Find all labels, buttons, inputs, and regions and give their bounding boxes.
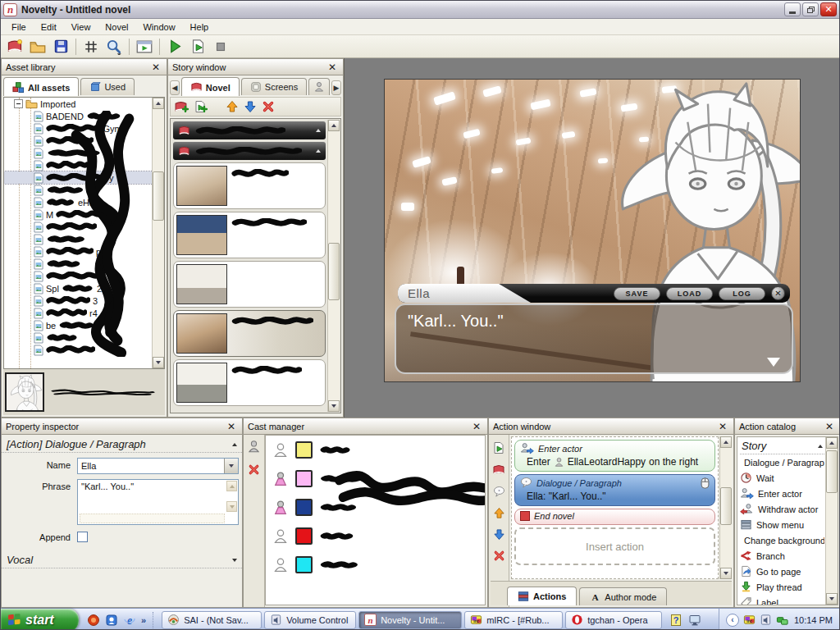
scroll-thumb[interactable] [720,487,732,525]
new-novel-button[interactable] [4,37,25,57]
scroll-thumb[interactable] [826,450,838,493]
volume-tray-icon[interactable] [760,614,772,626]
scroll-thumb[interactable] [328,243,340,300]
zoom-button[interactable] [103,37,125,57]
move-up-icon[interactable] [493,507,505,519]
display-icon[interactable] [688,614,701,627]
actor-color-swatch[interactable] [295,499,313,516]
save-button[interactable]: SAVE [614,287,660,300]
asset-tree[interactable]: Imported BADEND lGym y eHD M p Spl2 3 r4… [3,97,165,369]
asset-item[interactable]: BADEND [4,110,164,122]
taskbar-item-sai[interactable]: SAI - (Not Sav... [162,611,262,629]
page-card[interactable] [173,212,326,258]
page-card[interactable] [173,261,326,308]
action-catalog-list[interactable]: Story Dialogue / Paragraph Wait Enter ac… [737,436,838,605]
cast-row[interactable] [266,493,485,522]
play-novel-button[interactable] [164,37,185,57]
action-catalog-close-icon[interactable]: ✕ [823,421,836,432]
log-button[interactable]: LOG [719,287,765,300]
close-button[interactable]: ✕ [820,2,837,16]
scroll-down-icon[interactable] [826,593,838,605]
page-card[interactable] [173,359,326,406]
catalog-item-wait[interactable]: Wait [740,470,824,486]
taskbar-item-novelty[interactable]: n Novelty - Untit... [358,611,462,629]
ie-icon[interactable] [123,614,136,627]
asset-item[interactable] [4,159,164,171]
new-book-icon[interactable] [492,463,505,477]
dialogue-text-box[interactable]: "Karl... You.." [395,304,793,374]
load-button[interactable]: LOAD [666,287,713,300]
cast-row[interactable] [266,522,485,550]
property-inspector-close-icon[interactable]: ✕ [225,421,238,432]
catalog-item-play-thread[interactable]: Play thread [740,579,824,595]
action-section-header[interactable]: [Action] Dialogue / Paragraph [2,435,242,453]
save-button[interactable] [50,37,71,57]
red-app-icon[interactable] [87,614,100,627]
asset-item[interactable] [4,221,164,233]
overflow-chevron-icon[interactable]: » [141,615,146,625]
catalog-item-goto-page[interactable]: Go to page [740,564,824,579]
tab-used[interactable]: Used [80,78,135,95]
move-up-button[interactable] [226,100,239,113]
restore-button[interactable] [802,2,819,16]
taskbar-item-mirc[interactable]: mIRC - [#Rub... [464,611,563,629]
catalog-scrollbar[interactable] [825,437,838,605]
action-list-scrollbar[interactable] [719,436,732,579]
help-icon[interactable] [669,614,682,627]
delete-button[interactable] [262,100,275,113]
asset-item[interactable]: eHD [4,196,164,208]
title-bar[interactable]: n Novelty - Untitled novel ✕ [1,1,839,19]
tab-actions[interactable]: Actions [507,587,577,605]
asset-item[interactable]: 3 [4,294,164,307]
delete-icon[interactable] [493,550,505,562]
page-card-selected[interactable] [173,310,326,357]
story-list-scrollbar[interactable] [327,120,340,412]
tab-scroll-left-icon[interactable]: ◀ [170,80,180,95]
insert-action-icon[interactable] [492,441,505,454]
dialogue-close-icon[interactable]: ✕ [771,286,785,300]
asset-item[interactable] [4,184,164,196]
cast-row[interactable] [266,464,485,493]
cast-row[interactable] [266,550,485,579]
catalog-item-label[interactable]: Label [740,595,824,605]
catalog-item-change-background[interactable]: Change background [740,532,824,548]
add-actor-icon[interactable] [247,440,261,454]
menu-window[interactable]: Window [135,20,182,34]
catalog-item-dialogue[interactable]: Dialogue / Paragraph [740,454,824,470]
cast-row[interactable] [266,436,485,464]
stop-button[interactable] [210,37,231,57]
collapse-chapter-icon[interactable] [316,129,321,132]
continue-indicator-icon[interactable] [767,358,780,367]
network-tray-icon[interactable] [776,614,788,626]
menu-edit[interactable]: Edit [34,20,64,34]
taskbar-item-opera[interactable]: tgchan - Opera [565,611,662,629]
actor-color-swatch[interactable] [295,470,313,487]
action-list[interactable]: Enter actor Enter EllaLeotardHappy on th… [511,436,719,579]
asset-item[interactable] [4,233,164,245]
scroll-up-icon[interactable] [720,436,732,448]
asset-item[interactable]: lGym [4,122,164,135]
page-card[interactable] [173,162,326,209]
scroll-up-icon[interactable] [153,98,164,109]
tab-author-mode[interactable]: Author mode [579,587,667,605]
vocal-section-header[interactable]: Vocal [2,550,242,568]
tab-all-assets[interactable]: All assets [3,77,79,96]
asset-library-close-icon[interactable]: ✕ [149,62,162,73]
play-page-button[interactable] [187,37,208,57]
add-page-button[interactable] [194,100,208,113]
preview-window-button[interactable] [134,37,155,57]
scroll-down-icon[interactable] [720,568,732,579]
collapse-icon[interactable] [14,99,23,108]
blue-app-icon[interactable] [105,614,118,627]
scroll-thumb[interactable] [153,171,164,221]
actor-color-swatch[interactable] [295,556,313,573]
action-card-enter-actor[interactable]: Enter actor Enter EllaLeotardHappy on th… [514,440,715,472]
story-window-close-icon[interactable]: ✕ [326,62,339,73]
hidden-icons-chevron[interactable]: ‹ [726,614,739,627]
chapter-bar[interactable] [173,121,326,139]
action-card-end-novel[interactable]: End novel [514,509,715,525]
scroll-up-icon[interactable] [826,437,838,449]
asset-item[interactable] [4,135,164,147]
chapter-bar[interactable] [173,142,326,160]
catalog-item-enter-actor[interactable]: Enter actor [740,486,824,501]
